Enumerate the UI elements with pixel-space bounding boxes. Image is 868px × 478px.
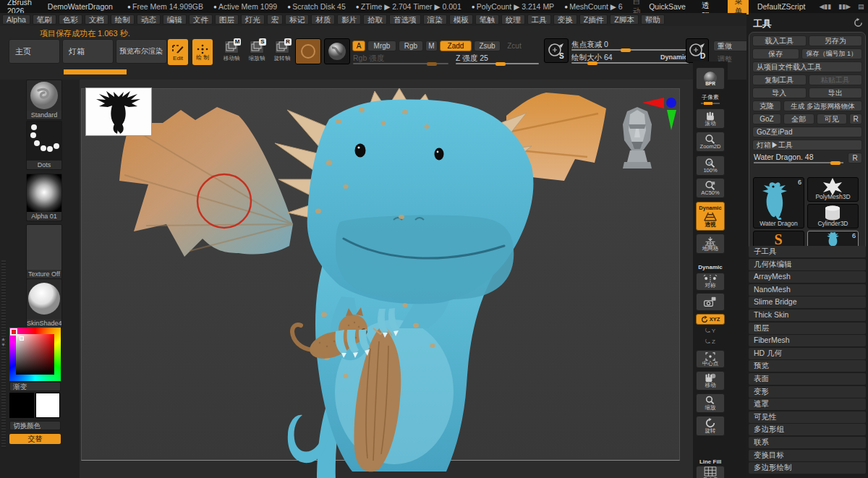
import-button[interactable]: 导入	[752, 88, 807, 98]
local-transform-button[interactable]	[696, 293, 725, 311]
active-tool-thumbnail[interactable]: 6 Water Dragon	[753, 177, 804, 229]
menu-item[interactable]: 拾取	[363, 14, 387, 25]
draw-size-handle[interactable]	[587, 61, 597, 65]
menu-item[interactable]: 渲染	[423, 14, 447, 25]
menu-item[interactable]: 材质	[311, 14, 335, 25]
menu-item[interactable]: 灯光	[241, 14, 265, 25]
rgb-intensity-track[interactable]	[353, 63, 448, 64]
m-button[interactable]: M	[425, 40, 438, 51]
menu-item[interactable]: 笔触	[475, 14, 499, 25]
color-picker[interactable]	[9, 328, 61, 381]
clone-button[interactable]: 克隆	[752, 101, 781, 111]
menu-item[interactable]: 宏	[267, 14, 284, 25]
subpalette-header[interactable]: 表面	[749, 373, 866, 385]
menu-item[interactable]: 动态	[137, 14, 161, 25]
home-button[interactable]: 主页	[9, 39, 60, 64]
symmetry-button[interactable]: 对称	[696, 273, 725, 291]
subpalette-header[interactable]: 预览	[749, 360, 866, 372]
polymesh3d-thumbnail[interactable]: PolyMesh3D	[807, 177, 859, 202]
save-numbered-button[interactable]: 保存（编号加 1）	[801, 48, 862, 59]
subpalette-header[interactable]: 遮罩	[749, 398, 866, 410]
current-brush-button[interactable]	[295, 38, 321, 64]
canvas-area[interactable]	[80, 80, 694, 478]
stroke-s-button[interactable]: S	[544, 38, 569, 63]
zscript-button[interactable]: DefaultZScript	[757, 2, 806, 11]
subpalette-header[interactable]: 变换目标	[749, 450, 866, 461]
tray-scroll-strip[interactable]	[1, 260, 6, 448]
current-material-button[interactable]	[324, 38, 350, 64]
z-intensity-slider[interactable]: Z 强度 25	[456, 54, 488, 64]
polyframe-button[interactable]: PolyF	[696, 466, 725, 478]
edit-button[interactable]: Edit	[168, 39, 188, 65]
gyro-rotate-button[interactable]: R 旋转轴	[271, 40, 293, 67]
load-tool-button[interactable]: 载入工具	[752, 35, 807, 46]
menu-item[interactable]: 图层	[215, 14, 239, 25]
secondary-color-swatch[interactable]	[35, 393, 60, 418]
dragon-silhouette-thumbnail[interactable]	[85, 88, 152, 136]
gradient-row[interactable]: 渐变	[9, 382, 61, 391]
rgb-intensity-slider[interactable]: Rgb 强度	[353, 54, 384, 64]
rgb-intensity-handle[interactable]	[427, 62, 437, 66]
alpha-selector[interactable]: Alpha 01	[26, 174, 62, 221]
move-canvas-button[interactable]: 移动	[696, 371, 725, 390]
axis-gizmo[interactable]	[637, 94, 681, 134]
goz-ipad-button[interactable]: GoZ至iPad	[752, 127, 862, 137]
stroke-selector[interactable]: Dots	[26, 121, 62, 170]
rotate-z-button[interactable]: ⤿ Z	[693, 338, 728, 346]
make-polymesh-button[interactable]: 生成 多边形网格物体	[783, 101, 862, 111]
reload-palette-icon[interactable]	[854, 18, 863, 27]
active-tool-slider[interactable]: Water Dragon. 48 R	[752, 153, 862, 165]
goz-r-button[interactable]: R	[849, 114, 862, 124]
draw-button[interactable]: 绘 制	[192, 39, 213, 65]
tray-handle-arrows[interactable]: ▲▼	[1, 336, 6, 348]
menu-item[interactable]: 编辑	[163, 14, 187, 25]
gyro-scale-button[interactable]: S 缩放轴	[246, 40, 268, 67]
menu-item[interactable]: 变换	[553, 14, 577, 25]
z-intensity-track[interactable]	[456, 63, 539, 64]
zadd-button[interactable]: Zadd	[440, 40, 472, 51]
gyro-move-button[interactable]: M 移动轴	[221, 40, 242, 67]
subpalette-header[interactable]: 几何体编辑	[749, 259, 866, 270]
material-selector[interactable]: SkinShade4	[26, 278, 62, 328]
menu-item[interactable]: Z插件	[579, 14, 608, 25]
draw-size-track[interactable]	[571, 62, 689, 64]
left-tray-toggle-icon[interactable]: ◀▮▮	[819, 3, 831, 10]
menu-item[interactable]: 帮助	[641, 14, 665, 25]
rgb-button[interactable]: Rgb	[399, 40, 423, 51]
stroke-d-button[interactable]: D	[686, 38, 709, 63]
quicksave-button[interactable]: QuickSave	[649, 2, 686, 11]
alternate-button[interactable]: 交替	[9, 434, 61, 444]
rotate-xyz-button[interactable]: XYZ	[696, 314, 725, 325]
subpalette-header[interactable]: NanoMesh	[749, 284, 866, 296]
menu-item[interactable]: 色彩	[59, 14, 82, 25]
zsub-button[interactable]: Zsub	[474, 40, 501, 51]
subpixel-slider[interactable]: 子像素	[693, 93, 728, 104]
cylinder3d-thumbnail[interactable]: Cylinder3D	[807, 204, 859, 229]
perspective-button[interactable]: Dynamic 透视	[696, 202, 725, 231]
subpalette-header[interactable]: Slime Bridge	[749, 296, 866, 308]
right-tray-toggle-icon[interactable]: ▮▮▶	[838, 3, 851, 10]
bpr-button[interactable]: BPR	[696, 67, 725, 90]
focal-shift-track[interactable]	[571, 49, 689, 51]
subpalette-header[interactable]: FiberMesh	[749, 335, 866, 346]
subpalette-header[interactable]: 多边形绘制	[749, 462, 866, 474]
load-from-project-button[interactable]: 从项目文件载入工具	[752, 61, 862, 72]
slider-r-button[interactable]: R	[848, 153, 862, 163]
preview-boolean-button[interactable]: 预览布尔渲染	[116, 39, 167, 64]
anchor-toggle[interactable]: A	[352, 40, 365, 51]
menu-item[interactable]: 首选项	[389, 14, 421, 25]
lightbox-button[interactable]: 灯箱	[62, 39, 114, 64]
active-tool-slider-handle[interactable]	[830, 161, 841, 165]
subpalette-header[interactable]: 变形	[749, 386, 866, 398]
rotate-y-button[interactable]: ⤿ Y	[693, 328, 728, 335]
zcut-button[interactable]: Zcut	[503, 40, 526, 51]
panel-icon[interactable]: ▤	[858, 3, 864, 10]
subpalette-header[interactable]: HD 几何	[749, 348, 866, 359]
subpalette-header[interactable]: Thick Skin	[749, 310, 866, 321]
main-color-swatch[interactable]	[9, 393, 34, 418]
zoom2d-button[interactable]: Zoom2D	[696, 132, 725, 152]
subpalette-header[interactable]: 可见性	[749, 411, 866, 423]
paste-tool-button[interactable]: 粘贴工具	[809, 74, 863, 85]
save-button[interactable]: 保存	[752, 48, 799, 59]
floor-grid-button[interactable]: 地网格	[696, 234, 725, 254]
